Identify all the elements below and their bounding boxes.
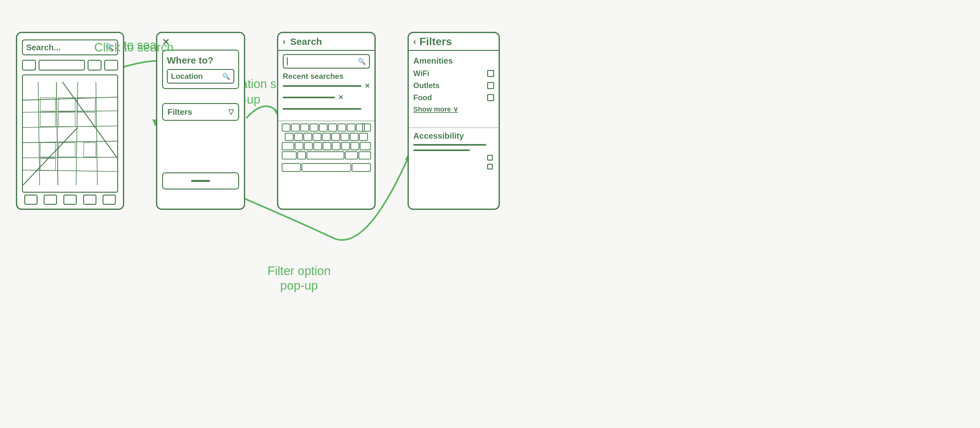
svg-rect-41 bbox=[341, 133, 349, 141]
whereto-box: Where to? Location 🔍 bbox=[162, 50, 239, 89]
show-more-row[interactable]: Show more ∨ bbox=[413, 105, 494, 114]
svg-rect-49 bbox=[332, 143, 340, 150]
wifi-item[interactable]: WiFi bbox=[413, 69, 494, 78]
search-title: Search bbox=[290, 36, 322, 47]
svg-rect-35 bbox=[285, 133, 293, 141]
svg-rect-31 bbox=[338, 124, 346, 131]
nav-btn-5[interactable] bbox=[102, 195, 116, 205]
screen2-where-to: ✕ Where to? Location 🔍 Filters ▽ bbox=[156, 32, 245, 210]
amenities-section: Amenities WiFi Outlets Food Show more ∨ bbox=[413, 56, 494, 117]
svg-rect-32 bbox=[347, 124, 355, 131]
svg-rect-42 bbox=[350, 133, 358, 141]
svg-rect-43 bbox=[360, 133, 368, 141]
recent-item-1[interactable]: ✕ bbox=[283, 82, 370, 90]
location-input-row[interactable]: Location 🔍 bbox=[167, 69, 234, 84]
screen4-filters: ‹ Filters Amenities WiFi Outlets Food Sh… bbox=[407, 32, 500, 210]
toolbar-btn-3[interactable] bbox=[88, 60, 102, 71]
back-button[interactable]: ‹ bbox=[283, 36, 286, 47]
svg-line-10 bbox=[56, 82, 58, 185]
svg-rect-28 bbox=[310, 124, 318, 131]
food-item[interactable]: Food bbox=[413, 93, 494, 102]
recent-searches-list: ✕ ✕ ✕ bbox=[283, 82, 370, 116]
search-placeholder: Search... bbox=[26, 43, 105, 52]
recent-searches-label: Recent searches bbox=[283, 72, 344, 81]
wifi-checkbox[interactable] bbox=[487, 70, 494, 77]
svg-rect-54 bbox=[298, 152, 305, 159]
show-more-link[interactable]: Show more ∨ bbox=[413, 105, 458, 114]
svg-rect-29 bbox=[319, 124, 327, 131]
svg-line-7 bbox=[23, 157, 117, 158]
svg-line-20 bbox=[62, 82, 117, 158]
svg-rect-26 bbox=[291, 124, 299, 131]
bottom-handle bbox=[191, 180, 210, 182]
svg-rect-52 bbox=[360, 143, 371, 150]
item-line-2 bbox=[283, 97, 335, 98]
outlets-checkbox[interactable] bbox=[487, 82, 494, 89]
nav-btn-3[interactable] bbox=[64, 195, 77, 205]
svg-line-6 bbox=[23, 141, 117, 143]
svg-rect-59 bbox=[302, 163, 351, 171]
search-input-bar[interactable]: 🔍 bbox=[283, 54, 370, 69]
svg-rect-48 bbox=[323, 143, 331, 150]
filters-label: Filters bbox=[167, 107, 192, 117]
toolbar-btn-4[interactable] bbox=[104, 60, 118, 71]
search-input-icon: 🔍 bbox=[358, 57, 366, 65]
item-line-1 bbox=[283, 85, 361, 87]
click-to-search-annotation: Click to search bbox=[94, 41, 173, 54]
canvas: Click to search Location searchPop-up Fi… bbox=[0, 0, 980, 428]
toolbar-btn-1[interactable] bbox=[22, 60, 36, 71]
svg-rect-58 bbox=[282, 163, 301, 171]
filters-back-button[interactable]: ‹ bbox=[413, 36, 416, 47]
accessibility-line-2 bbox=[413, 149, 470, 151]
screen1-map: Search... 🔍 bbox=[16, 32, 124, 210]
svg-rect-33 bbox=[356, 124, 364, 131]
svg-rect-44 bbox=[282, 143, 294, 150]
svg-rect-40 bbox=[332, 133, 340, 141]
svg-rect-17 bbox=[59, 112, 75, 127]
outlets-item[interactable]: Outlets bbox=[413, 81, 494, 90]
food-checkbox[interactable] bbox=[487, 94, 494, 101]
item-line-3 bbox=[283, 108, 361, 110]
screen1-map-area bbox=[22, 75, 118, 193]
acc-checkbox-2[interactable] bbox=[487, 164, 493, 170]
svg-rect-39 bbox=[322, 133, 330, 141]
svg-rect-45 bbox=[295, 143, 303, 150]
filters-title: Filters bbox=[419, 35, 452, 48]
location-search-icon: 🔍 bbox=[222, 73, 230, 80]
recent-item-2[interactable]: ✕ bbox=[283, 94, 370, 101]
svg-rect-37 bbox=[304, 133, 312, 141]
filter-option-label: Filter optionpop-up bbox=[267, 264, 331, 293]
acc-checkbox-1[interactable] bbox=[487, 155, 493, 160]
food-label: Food bbox=[413, 93, 432, 102]
divider bbox=[278, 120, 374, 122]
bottom-bar[interactable] bbox=[162, 172, 239, 190]
svg-rect-46 bbox=[304, 143, 312, 150]
accessibility-section: Accessibility bbox=[413, 131, 494, 170]
svg-rect-14 bbox=[59, 98, 75, 111]
svg-rect-34 bbox=[363, 124, 371, 131]
item-delete-1[interactable]: ✕ bbox=[364, 82, 370, 90]
keyboard-area bbox=[282, 123, 371, 204]
filters-header: ‹ Filters bbox=[409, 33, 499, 51]
screen1-bottom-nav bbox=[22, 194, 118, 205]
amenities-divider bbox=[409, 127, 499, 128]
screen1-toolbar bbox=[22, 59, 118, 71]
filter-icon: ▽ bbox=[228, 108, 234, 116]
svg-rect-25 bbox=[282, 124, 290, 131]
amenities-title: Amenities bbox=[413, 56, 494, 66]
wifi-label: WiFi bbox=[413, 69, 429, 78]
nav-btn-4[interactable] bbox=[83, 195, 97, 205]
nav-btn-2[interactable] bbox=[44, 195, 57, 205]
toolbar-btn-2[interactable] bbox=[38, 60, 85, 71]
nav-btn-1[interactable] bbox=[24, 195, 38, 205]
svg-rect-56 bbox=[345, 152, 358, 159]
accessibility-checkboxes bbox=[413, 155, 493, 170]
svg-line-9 bbox=[38, 82, 40, 185]
text-cursor bbox=[287, 57, 288, 65]
accessibility-line-1 bbox=[413, 144, 486, 146]
svg-rect-51 bbox=[351, 143, 359, 150]
item-delete-2[interactable]: ✕ bbox=[338, 94, 344, 101]
filters-box[interactable]: Filters ▽ bbox=[162, 103, 239, 121]
recent-item-3[interactable]: ✕ bbox=[283, 105, 370, 113]
svg-rect-24 bbox=[84, 143, 96, 157]
